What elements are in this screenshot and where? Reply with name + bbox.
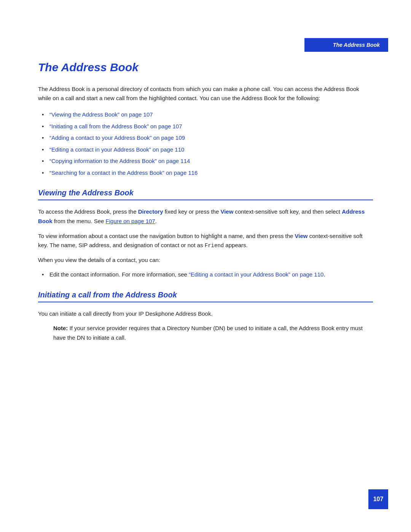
list-item: “Searching for a contact in the Address … (42, 169, 373, 177)
note-block: Note: If your service provider requires … (53, 324, 373, 343)
header-bar-title: The Address Book (333, 42, 380, 48)
code-friend: Friend (205, 243, 224, 249)
list-item: “Adding a contact to your Address Book” … (42, 134, 373, 142)
note-label: Note: (53, 325, 68, 331)
page-number-box: 107 (368, 489, 388, 509)
link-figure[interactable]: Figure on page 107 (106, 218, 155, 224)
link-viewing[interactable]: “Viewing the Address Book” on page 107 (49, 111, 153, 118)
section-title-initiating: Initiating a call from the Address Book (38, 291, 373, 302)
intro-text: The Address Book is a personal directory… (38, 85, 373, 103)
link-editing[interactable]: “Editing a contact in your Address Book”… (49, 146, 184, 153)
link-adding[interactable]: “Adding a contact to your Address Book” … (49, 134, 185, 141)
list-item: “Copying information to the Address Book… (42, 157, 373, 166)
main-title: The Address Book (38, 61, 373, 74)
keyword-directory: Directory (138, 208, 163, 215)
link-initiating[interactable]: “Initiating a call from the Address Book… (49, 123, 182, 129)
keyword-view-2: View (295, 233, 308, 239)
section-para-2: To view information about a contact use … (38, 232, 373, 251)
bullet-link-list: “Viewing the Address Book” on page 107 “… (38, 110, 373, 177)
link-copying[interactable]: “Copying information to the Address Book… (49, 158, 190, 164)
section-viewing: Viewing the Address Book To access the A… (38, 189, 373, 279)
section-para-initiating-1: You can initiate a call directly from yo… (38, 309, 373, 319)
section-title-viewing: Viewing the Address Book (38, 189, 373, 200)
section-para-3: When you view the details of a contact, … (38, 256, 373, 265)
note-text: Note: If your service provider requires … (53, 324, 373, 343)
page-number: 107 (373, 496, 384, 503)
link-editing-inner[interactable]: “Editing a contact in your Address Book”… (189, 271, 323, 278)
list-item: “Initiating a call from the Address Book… (42, 122, 373, 131)
list-item: “Viewing the Address Book” on page 107 (42, 110, 373, 119)
list-item: Edit the contact information. For more i… (42, 270, 373, 279)
inner-bullet-list: Edit the contact information. For more i… (38, 270, 373, 279)
section-initiating: Initiating a call from the Address Book … (38, 291, 373, 343)
page-content: The Address Book The Address Book is a p… (38, 61, 373, 354)
link-searching[interactable]: “Searching for a contact in the Address … (49, 169, 198, 176)
keyword-view-1: View (220, 208, 233, 215)
keyword-address-book: Address Book (38, 208, 365, 224)
header-bar: The Address Book (304, 38, 388, 52)
section-para-1: To access the Address Book, press the Di… (38, 207, 373, 226)
list-item: “Editing a contact in your Address Book”… (42, 145, 373, 154)
note-body: If your service provider requires that a… (53, 325, 363, 341)
